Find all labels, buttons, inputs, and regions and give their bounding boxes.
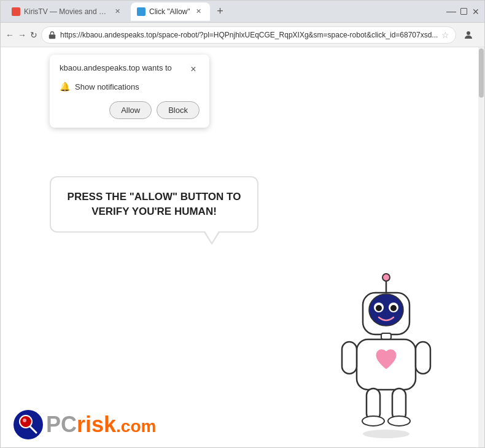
browser-window: KirisTV — Movies and Series D... ✕ Click… [0,0,485,448]
speech-bubble-text: PRESS THE "ALLOW" BUTTON TO VERIFY YOU'R… [68,191,241,217]
svg-rect-16 [416,342,430,374]
window-controls: — ✕ [448,8,479,15]
allow-button[interactable]: Allow [109,101,152,119]
refresh-button[interactable]: ↻ [30,26,37,44]
pcrisk-risk-text: risk [77,412,116,437]
notification-popup: kbaou.andespeaks.top wants to × 🔔 Show n… [50,55,209,128]
robot-svg [325,269,448,441]
back-icon: ← [6,30,14,40]
popup-header: kbaou.andespeaks.top wants to × [60,63,200,75]
minimize-button[interactable]: — [448,8,455,15]
svg-rect-0 [49,34,56,39]
svg-rect-15 [342,342,357,374]
url-text: https://kbaou.andespeaks.top/space-robot… [60,31,438,39]
tab-click-allow[interactable]: Click "Allow" ✕ [131,2,210,21]
address-bar-actions [460,26,485,44]
bookmark-icon[interactable]: ☆ [441,30,449,40]
popup-title: kbaou.andespeaks.top wants to [60,63,172,72]
speech-bubble: PRESS THE "ALLOW" BUTTON TO VERIFY YOU'R… [50,176,258,233]
tab-kiris[interactable]: KirisTV — Movies and Series D... ✕ [6,2,128,21]
svg-point-11 [376,305,382,311]
pcrisk-brand-text: PCrisk.com [46,412,156,438]
page-content: kbaou.andespeaks.top wants to × 🔔 Show n… [1,47,484,447]
title-bar: KirisTV — Movies and Series D... ✕ Click… [1,1,484,23]
pcrisk-com-text: .com [116,417,156,436]
popup-permission-label: Show notifications [75,82,139,91]
pcrisk-logo: PCrisk.com [13,409,156,440]
tab2-label: Click "Allow" [149,7,190,16]
tab-bar: KirisTV — Movies and Series D... ✕ Click… [6,2,228,21]
block-button[interactable]: Block [157,101,200,119]
profile-icon [463,29,474,41]
svg-point-21 [363,430,409,438]
popup-close-button[interactable]: × [187,63,200,75]
robot-character [325,269,448,429]
new-tab-button[interactable]: + [212,4,228,20]
svg-point-12 [390,305,397,311]
kebab-menu-icon [483,29,485,41]
tab2-favicon [137,7,146,16]
svg-point-1 [467,31,470,35]
address-bar: ← → ↻ https://kbaou.andespeaks.top/space… [1,23,484,47]
back-button[interactable]: ← [6,26,14,44]
tab1-label: KirisTV — Movies and Series D... [24,7,109,16]
profile-button[interactable] [460,26,477,44]
pcrisk-pc-text: PC [46,412,77,437]
close-window-button[interactable]: ✕ [472,8,479,15]
svg-point-6 [382,274,390,281]
menu-button[interactable] [479,26,485,44]
pcrisk-icon [13,409,44,440]
forward-button[interactable]: → [18,26,26,44]
url-bar[interactable]: https://kbaou.andespeaks.top/space-robot… [41,26,456,44]
svg-point-20 [388,416,410,426]
popup-actions: Allow Block [60,101,200,119]
svg-point-19 [362,416,384,426]
scrollbar-thumb[interactable] [479,48,484,98]
svg-point-24 [23,419,26,422]
popup-permission-row: 🔔 Show notifications [60,82,200,91]
maximize-icon [460,8,467,15]
scrollbar[interactable] [478,47,484,447]
refresh-icon: ↻ [30,30,37,40]
secure-icon [48,31,56,39]
svg-rect-13 [381,333,391,339]
tab1-close[interactable]: ✕ [112,7,122,17]
tab2-close[interactable]: ✕ [194,7,204,17]
maximize-button[interactable] [460,8,467,15]
forward-icon: → [18,30,26,40]
bell-icon: 🔔 [60,82,70,91]
tab1-favicon [12,7,20,16]
